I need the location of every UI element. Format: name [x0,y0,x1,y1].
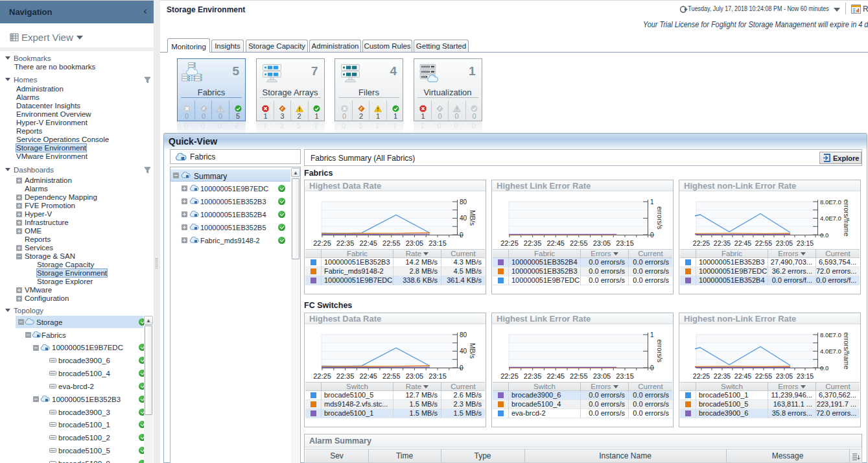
svg-text:4.0E7.0: 4.0E7.0 [820,215,841,222]
svg-text:23:15: 23:15 [616,239,634,247]
svg-text:22:55: 22:55 [755,239,772,247]
svg-text:23:15: 23:15 [428,372,447,380]
svg-text:22:55: 22:55 [570,372,588,380]
svg-text:22:35: 22:35 [524,239,542,247]
svg-text:errors/s: errors/s [656,339,664,362]
svg-text:22:25: 22:25 [313,372,331,380]
svg-text:22:55: 22:55 [382,372,401,380]
svg-text:errors/frame: errors/frame [843,332,850,369]
svg-text:22:25: 22:25 [500,372,519,380]
svg-text:22:45: 22:45 [734,372,751,380]
svg-text:0: 0 [460,232,463,239]
svg-text:22:55: 22:55 [382,239,401,247]
svg-text:errors/frame: errors/frame [843,199,850,236]
svg-text:0: 0 [650,364,654,372]
svg-text:22:45: 22:45 [734,239,751,247]
svg-text:4.0E7.0: 4.0E7.0 [820,348,841,355]
svg-text:MB/s: MB/s [469,210,476,226]
svg-text:22:45: 22:45 [546,372,565,380]
svg-text:22:45: 22:45 [546,239,565,247]
svg-text:80: 80 [460,198,467,206]
svg-text:0: 0 [460,364,463,372]
svg-text:22:35: 22:35 [336,239,355,247]
svg-text:1: 1 [650,331,654,338]
svg-text:40: 40 [460,215,467,222]
svg-text:1: 1 [650,198,654,206]
svg-text:23:15: 23:15 [616,372,634,380]
svg-text:22:25: 22:25 [693,239,710,247]
svg-text:23:05: 23:05 [593,372,611,380]
svg-text:22:25: 22:25 [693,372,710,380]
svg-text:23:05: 23:05 [593,239,611,247]
svg-text:8.0E7.0: 8.0E7.0 [820,198,841,206]
svg-text:22:55: 22:55 [570,239,588,247]
svg-text:23:05: 23:05 [776,372,793,380]
svg-text:22:45: 22:45 [359,239,377,247]
svg-text:23:15: 23:15 [797,239,814,247]
svg-text:22:35: 22:35 [524,372,542,380]
svg-text:0: 0 [650,232,654,239]
svg-text:22:25: 22:25 [500,239,519,247]
svg-text:8.0E7.0: 8.0E7.0 [820,331,841,338]
svg-text:errors/s: errors/s [656,206,664,230]
svg-text:22:35: 22:35 [336,372,355,380]
svg-text:22:25: 22:25 [313,239,331,247]
svg-text:MB/s: MB/s [469,343,476,359]
svg-text:40: 40 [460,348,467,355]
svg-text:23:05: 23:05 [406,239,424,247]
svg-text:22:35: 22:35 [714,372,731,380]
svg-text:23:05: 23:05 [776,239,793,247]
svg-text:0.0: 0.0 [820,364,828,372]
svg-text:23:15: 23:15 [428,239,447,247]
svg-text:0.0: 0.0 [820,232,828,239]
svg-text:22:45: 22:45 [359,372,377,380]
svg-text:80: 80 [460,331,467,338]
svg-text:22:55: 22:55 [755,372,772,380]
svg-text:23:05: 23:05 [406,372,424,380]
svg-text:22:35: 22:35 [714,239,731,247]
svg-text:23:15: 23:15 [797,372,814,380]
